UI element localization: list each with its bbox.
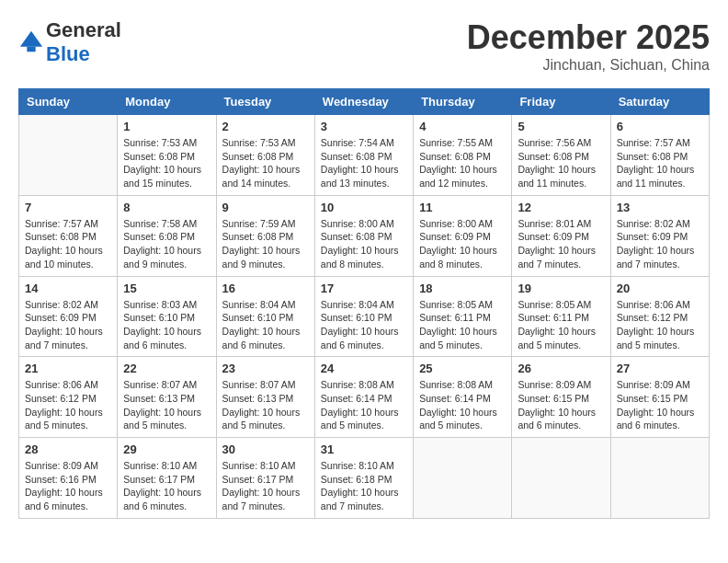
day-number: 22 bbox=[123, 362, 210, 375]
day-info: Sunrise: 8:09 AMSunset: 6:15 PMDaylight:… bbox=[617, 378, 703, 432]
calendar-cell: 7Sunrise: 7:57 AMSunset: 6:08 PMDaylight… bbox=[19, 195, 118, 276]
day-info: Sunrise: 8:01 AMSunset: 6:09 PMDaylight:… bbox=[518, 217, 604, 271]
day-info: Sunrise: 8:03 AMSunset: 6:10 PMDaylight:… bbox=[123, 298, 210, 352]
calendar-cell: 4Sunrise: 7:55 AMSunset: 6:08 PMDaylight… bbox=[414, 115, 512, 196]
calendar-cell: 24Sunrise: 8:08 AMSunset: 6:14 PMDayligh… bbox=[314, 357, 413, 438]
day-number: 31 bbox=[321, 442, 407, 456]
calendar-cell bbox=[512, 438, 610, 519]
calendar-cell: 14Sunrise: 8:02 AMSunset: 6:09 PMDayligh… bbox=[19, 276, 118, 357]
day-number: 21 bbox=[25, 362, 111, 375]
day-info: Sunrise: 8:05 AMSunset: 6:11 PMDaylight:… bbox=[518, 298, 604, 352]
day-info: Sunrise: 8:05 AMSunset: 6:11 PMDaylight:… bbox=[419, 298, 506, 352]
day-number: 15 bbox=[123, 282, 210, 295]
day-info: Sunrise: 7:58 AMSunset: 6:08 PMDaylight:… bbox=[123, 217, 210, 271]
title-area: December 2025 Jinchuan, Sichuan, China bbox=[467, 18, 710, 74]
day-info: Sunrise: 7:53 AMSunset: 6:08 PMDaylight:… bbox=[123, 136, 210, 190]
logo-general-text: General bbox=[46, 18, 121, 41]
day-info: Sunrise: 8:02 AMSunset: 6:09 PMDaylight:… bbox=[617, 217, 703, 271]
day-info: Sunrise: 8:09 AMSunset: 6:16 PMDaylight:… bbox=[25, 459, 111, 513]
logo-blue-text: Blue bbox=[46, 42, 90, 65]
calendar-cell: 19Sunrise: 8:05 AMSunset: 6:11 PMDayligh… bbox=[512, 276, 610, 357]
calendar-cell: 16Sunrise: 8:04 AMSunset: 6:10 PMDayligh… bbox=[216, 276, 314, 357]
calendar-cell: 9Sunrise: 7:59 AMSunset: 6:08 PMDaylight… bbox=[216, 195, 314, 276]
day-info: Sunrise: 8:04 AMSunset: 6:10 PMDaylight:… bbox=[321, 298, 407, 352]
day-number: 17 bbox=[321, 282, 407, 295]
day-info: Sunrise: 7:56 AMSunset: 6:08 PMDaylight:… bbox=[518, 136, 604, 190]
logo: General Blue bbox=[18, 18, 121, 66]
calendar-cell: 21Sunrise: 8:06 AMSunset: 6:12 PMDayligh… bbox=[19, 357, 118, 438]
day-info: Sunrise: 8:10 AMSunset: 6:17 PMDaylight:… bbox=[123, 459, 210, 513]
calendar-week-row: 1Sunrise: 7:53 AMSunset: 6:08 PMDaylight… bbox=[19, 115, 710, 196]
day-number: 28 bbox=[25, 442, 111, 456]
day-of-week-header: Tuesday bbox=[216, 89, 314, 115]
calendar-cell: 3Sunrise: 7:54 AMSunset: 6:08 PMDaylight… bbox=[314, 115, 413, 196]
calendar-cell: 30Sunrise: 8:10 AMSunset: 6:17 PMDayligh… bbox=[216, 438, 314, 519]
day-number: 7 bbox=[25, 201, 111, 214]
day-info: Sunrise: 8:08 AMSunset: 6:14 PMDaylight:… bbox=[321, 378, 407, 432]
day-info: Sunrise: 8:02 AMSunset: 6:09 PMDaylight:… bbox=[25, 298, 111, 352]
calendar-cell: 8Sunrise: 7:58 AMSunset: 6:08 PMDaylight… bbox=[118, 195, 216, 276]
logo-icon bbox=[18, 29, 44, 55]
day-info: Sunrise: 8:00 AMSunset: 6:09 PMDaylight:… bbox=[419, 217, 506, 271]
calendar-cell bbox=[414, 438, 512, 519]
calendar-cell: 6Sunrise: 7:57 AMSunset: 6:08 PMDaylight… bbox=[610, 115, 709, 196]
calendar-cell: 22Sunrise: 8:07 AMSunset: 6:13 PMDayligh… bbox=[118, 357, 216, 438]
svg-rect-1 bbox=[27, 47, 35, 52]
day-info: Sunrise: 8:07 AMSunset: 6:13 PMDaylight:… bbox=[222, 378, 309, 432]
day-number: 16 bbox=[222, 282, 309, 295]
day-number: 13 bbox=[617, 201, 703, 214]
day-info: Sunrise: 8:08 AMSunset: 6:14 PMDaylight:… bbox=[419, 378, 506, 432]
day-info: Sunrise: 8:04 AMSunset: 6:10 PMDaylight:… bbox=[222, 298, 309, 352]
day-number: 1 bbox=[123, 120, 210, 133]
location-title: Jinchuan, Sichuan, China bbox=[467, 57, 710, 74]
day-of-week-header: Wednesday bbox=[314, 89, 413, 115]
day-info: Sunrise: 8:10 AMSunset: 6:18 PMDaylight:… bbox=[321, 459, 407, 513]
day-info: Sunrise: 8:07 AMSunset: 6:13 PMDaylight:… bbox=[123, 378, 210, 432]
day-number: 11 bbox=[419, 201, 506, 214]
day-number: 14 bbox=[25, 282, 111, 295]
calendar-cell: 10Sunrise: 8:00 AMSunset: 6:08 PMDayligh… bbox=[314, 195, 413, 276]
day-of-week-header: Saturday bbox=[610, 89, 709, 115]
calendar-cell: 29Sunrise: 8:10 AMSunset: 6:17 PMDayligh… bbox=[118, 438, 216, 519]
calendar-cell: 18Sunrise: 8:05 AMSunset: 6:11 PMDayligh… bbox=[414, 276, 512, 357]
day-number: 24 bbox=[321, 362, 407, 375]
day-number: 26 bbox=[518, 362, 604, 375]
day-info: Sunrise: 7:57 AMSunset: 6:08 PMDaylight:… bbox=[617, 136, 703, 190]
calendar-cell: 5Sunrise: 7:56 AMSunset: 6:08 PMDaylight… bbox=[512, 115, 610, 196]
calendar-cell: 12Sunrise: 8:01 AMSunset: 6:09 PMDayligh… bbox=[512, 195, 610, 276]
day-number: 3 bbox=[321, 120, 407, 133]
day-number: 19 bbox=[518, 282, 604, 295]
day-info: Sunrise: 7:55 AMSunset: 6:08 PMDaylight:… bbox=[419, 136, 506, 190]
day-number: 30 bbox=[222, 442, 309, 456]
day-number: 12 bbox=[518, 201, 604, 214]
day-info: Sunrise: 7:57 AMSunset: 6:08 PMDaylight:… bbox=[25, 217, 111, 271]
day-info: Sunrise: 7:54 AMSunset: 6:08 PMDaylight:… bbox=[321, 136, 407, 190]
calendar-header-row: SundayMondayTuesdayWednesdayThursdayFrid… bbox=[19, 89, 710, 115]
day-info: Sunrise: 8:10 AMSunset: 6:17 PMDaylight:… bbox=[222, 459, 309, 513]
calendar-cell: 1Sunrise: 7:53 AMSunset: 6:08 PMDaylight… bbox=[118, 115, 216, 196]
day-info: Sunrise: 8:06 AMSunset: 6:12 PMDaylight:… bbox=[25, 378, 111, 432]
page-header: General Blue December 2025 Jinchuan, Sic… bbox=[18, 18, 710, 74]
calendar-cell: 11Sunrise: 8:00 AMSunset: 6:09 PMDayligh… bbox=[414, 195, 512, 276]
calendar-cell: 28Sunrise: 8:09 AMSunset: 6:16 PMDayligh… bbox=[19, 438, 118, 519]
day-number: 25 bbox=[419, 362, 506, 375]
day-info: Sunrise: 7:59 AMSunset: 6:08 PMDaylight:… bbox=[222, 217, 309, 271]
day-info: Sunrise: 8:00 AMSunset: 6:08 PMDaylight:… bbox=[321, 217, 407, 271]
day-number: 6 bbox=[617, 120, 703, 133]
day-of-week-header: Monday bbox=[118, 89, 216, 115]
day-number: 5 bbox=[518, 120, 604, 133]
day-number: 23 bbox=[222, 362, 309, 375]
day-number: 8 bbox=[123, 201, 210, 214]
calendar-cell: 25Sunrise: 8:08 AMSunset: 6:14 PMDayligh… bbox=[414, 357, 512, 438]
calendar-cell: 27Sunrise: 8:09 AMSunset: 6:15 PMDayligh… bbox=[610, 357, 709, 438]
day-number: 18 bbox=[419, 282, 506, 295]
calendar-cell: 13Sunrise: 8:02 AMSunset: 6:09 PMDayligh… bbox=[610, 195, 709, 276]
calendar-cell bbox=[19, 115, 118, 196]
calendar-cell: 17Sunrise: 8:04 AMSunset: 6:10 PMDayligh… bbox=[314, 276, 413, 357]
calendar-week-row: 21Sunrise: 8:06 AMSunset: 6:12 PMDayligh… bbox=[19, 357, 710, 438]
day-of-week-header: Friday bbox=[512, 89, 610, 115]
day-info: Sunrise: 8:06 AMSunset: 6:12 PMDaylight:… bbox=[617, 298, 703, 352]
calendar-cell: 23Sunrise: 8:07 AMSunset: 6:13 PMDayligh… bbox=[216, 357, 314, 438]
calendar-week-row: 7Sunrise: 7:57 AMSunset: 6:08 PMDaylight… bbox=[19, 195, 710, 276]
day-info: Sunrise: 7:53 AMSunset: 6:08 PMDaylight:… bbox=[222, 136, 309, 190]
